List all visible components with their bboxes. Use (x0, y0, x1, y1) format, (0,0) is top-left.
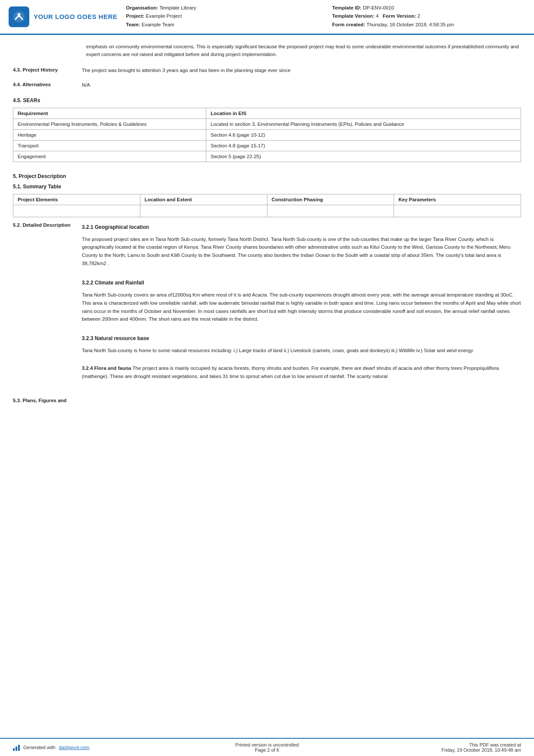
section-52-content: 3.2.1 Geographical locationThe proposed … (82, 222, 521, 390)
sears-cell-0-0: Environmental Planning Instruments, Poli… (13, 119, 206, 130)
summary-cell-0-3 (394, 205, 521, 217)
sears-row-0: Environmental Planning Instruments, Poli… (13, 119, 521, 130)
sears-cell-0-1: Located in section 3, Environmental Plan… (206, 119, 521, 130)
header-meta: Organisation: Template Library Project: … (126, 4, 521, 29)
sears-cell-1-0: Heritage (13, 130, 206, 141)
team-line: Team: Example Team (126, 21, 315, 28)
sears-cell-1-1: Section 4.6 (page 10-12) (206, 130, 521, 141)
org-line: Organisation: Template Library (126, 4, 315, 12)
header-logo: YOUR LOGO GOES HERE (9, 4, 118, 29)
summary-header-0: Project Elements (13, 194, 140, 205)
summary-header-1: Location and Extent (140, 194, 267, 205)
section-45-row: 4.5. SEARs Requirement Location in EIS E… (13, 96, 521, 166)
section-44-content: N/A (82, 81, 521, 89)
subsection-text-1: Tana North Sub-county covers an area of1… (82, 291, 521, 324)
section-45-label: 4.5. SEARs (13, 97, 521, 103)
template-id-value: DP-ENV-0010 (363, 5, 394, 10)
footer: Generated with dashpivot.com Printed ver… (0, 738, 534, 756)
section-53-content (82, 397, 521, 404)
sears-row-2: TransportSection 4.8 (page 15-17) (13, 141, 521, 151)
project-value: Example Project (146, 13, 182, 19)
org-label: Organisation: (126, 5, 158, 10)
subsection-heading-2: 3.2.3 Natural resource base (82, 334, 521, 343)
sears-cell-3-1: Section 5 (page 22-25) (206, 151, 521, 162)
team-value: Example Team (142, 22, 174, 27)
section-53-label: 5.3. Plans, Figures and (13, 397, 82, 404)
template-version-label: Template Version: (332, 13, 374, 19)
summary-header-2: Construction Phasing (267, 194, 394, 205)
section-43-label: 4.3. Project History (13, 66, 82, 74)
sears-table: Requirement Location in EIS Environmenta… (13, 108, 521, 162)
subsection-text-0: The proposed project sites are in Tana N… (82, 235, 521, 268)
footer-dashpivot-link[interactable]: dashpivot.com (59, 745, 90, 750)
team-label: Team: (126, 22, 140, 27)
form-version-label: Form Version: (383, 13, 416, 19)
project-line: Project: Example Project (126, 12, 315, 20)
sears-cell-3-0: Engagement (13, 151, 206, 162)
form-created-label: Form created: (332, 22, 365, 27)
intro-text: emphasis on community environmental conc… (86, 43, 521, 59)
sears-header-loc: Location in EIS (206, 108, 521, 119)
project-label: Project: (126, 13, 145, 19)
sears-cell-2-0: Transport (13, 141, 206, 151)
template-id-line: Template ID: DP-ENV-0010 (332, 4, 521, 12)
main-content: emphasis on community environmental conc… (0, 35, 534, 738)
subsection-inline-heading-3: 3.2.4 Flora and fauna (82, 366, 133, 371)
svg-point-1 (18, 13, 21, 16)
subsection-heading-0: 3.2.1 Geographical location (82, 223, 521, 231)
sears-cell-2-1: Section 4.8 (page 15-17) (206, 141, 521, 151)
footer-center: Printed version is uncontrolled Page 2 o… (182, 742, 351, 753)
subsection-heading-1: 3.2.2 Climate and Rainfall (82, 279, 521, 287)
sears-row-3: EngagementSection 5 (page 22-25) (13, 151, 521, 162)
header: YOUR LOGO GOES HERE Organisation: Templa… (0, 0, 534, 35)
form-created-line: Form created: Thursday, 18 October 2018,… (332, 21, 521, 28)
section-51-label: 5.1. Summary Table (13, 184, 521, 190)
form-version-value: 2 (417, 13, 420, 19)
footer-pdf-date: Friday, 19 October 2018, 10:49:48 am (352, 747, 521, 753)
footer-uncontrolled: Printed version is uncontrolled (182, 742, 351, 747)
footer-right: This PDF was created at Friday, 19 Octob… (352, 742, 521, 753)
header-meta-left: Organisation: Template Library Project: … (126, 4, 315, 29)
page: YOUR LOGO GOES HERE Organisation: Templa… (0, 0, 534, 756)
spacer-2 (82, 358, 521, 364)
sears-header-req: Requirement (13, 108, 206, 119)
subsection-text-2: Tana North Sub-county is home to some na… (82, 347, 521, 355)
logo-text: YOUR LOGO GOES HERE (34, 13, 118, 20)
dashpivot-bar-icon (13, 744, 20, 751)
section-53-row: 5.3. Plans, Figures and (13, 397, 521, 404)
section-43-content: The project was brought to attention 3 y… (82, 66, 521, 74)
section-43-row: 4.3. Project History The project was bro… (13, 66, 521, 74)
summary-cell-0-2 (267, 205, 394, 217)
section-44-row: 4.4. Alternatives N/A (13, 81, 521, 89)
template-id-label: Template ID: (332, 5, 361, 10)
spacer-0 (82, 271, 521, 277)
logo-icon (9, 6, 29, 27)
template-version-line: Template Version: 4 Form Version: 2 (332, 12, 521, 20)
summary-table: Project ElementsLocation and ExtentConst… (13, 194, 521, 217)
form-created-value: Thursday, 18 October 2018, 4:58:35 pm (366, 22, 454, 27)
subsection-text-3: 3.2.4 Flora and fauna The project area i… (82, 364, 521, 381)
sears-row-1: HeritageSection 4.6 (page 10-12) (13, 130, 521, 141)
section-5-label: 5. Project Description (13, 173, 521, 179)
spacer-3 (82, 384, 521, 390)
section-52-label: 5.2. Detailed Description (13, 222, 82, 390)
footer-generated-text: Generated with (23, 745, 56, 750)
org-value: Template Library (159, 5, 196, 10)
summary-row-0 (13, 205, 521, 217)
header-meta-right: Template ID: DP-ENV-0010 Template Versio… (332, 4, 521, 29)
summary-cell-0-0 (13, 205, 140, 217)
section-44-label: 4.4. Alternatives (13, 81, 82, 89)
footer-page: Page 2 of 6 (182, 747, 351, 753)
footer-pdf-created: This PDF was created at (352, 742, 521, 747)
spacer-1 (82, 327, 521, 333)
summary-header-3: Key Parameters (394, 194, 521, 205)
template-version-value: 4 (376, 13, 379, 19)
summary-cell-0-1 (140, 205, 267, 217)
footer-left: Generated with dashpivot.com (13, 744, 182, 751)
section-52-row: 5.2. Detailed Description 3.2.1 Geograph… (13, 222, 521, 390)
